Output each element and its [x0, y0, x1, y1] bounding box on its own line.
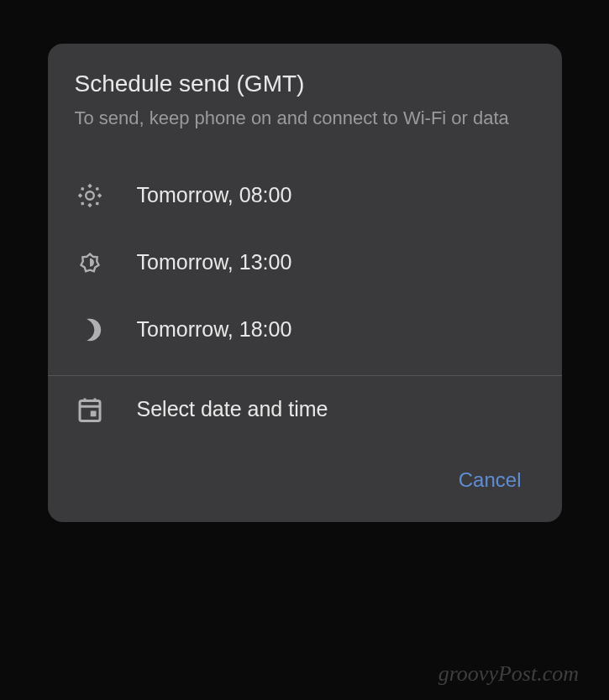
svg-rect-1: [80, 400, 100, 421]
schedule-options-list: Tomorrow, 08:00 Tomorrow, 13:00 Tomorrow…: [48, 152, 562, 443]
select-custom-date-time[interactable]: Select date and time: [48, 376, 562, 443]
svg-rect-3: [90, 410, 96, 416]
cancel-button[interactable]: Cancel: [449, 462, 532, 499]
moon-icon: [75, 315, 105, 345]
svg-point-0: [86, 191, 94, 200]
calendar-icon: [75, 394, 105, 425]
sun-dim-icon: [75, 248, 105, 278]
dialog-header: Schedule send (GMT) To send, keep phone …: [48, 44, 562, 152]
custom-option-label: Select date and time: [137, 397, 328, 421]
schedule-option-label: Tomorrow, 13:00: [137, 250, 292, 274]
dialog-title: Schedule send (GMT): [75, 71, 535, 97]
schedule-option-evening[interactable]: Tomorrow, 18:00: [48, 296, 562, 363]
watermark: groovyPost.com: [438, 661, 579, 687]
schedule-option-label: Tomorrow, 08:00: [137, 183, 292, 207]
dialog-subtitle: To send, keep phone on and connect to Wi…: [75, 106, 535, 132]
schedule-send-dialog: Schedule send (GMT) To send, keep phone …: [48, 44, 562, 522]
dialog-actions: Cancel: [48, 443, 562, 522]
sun-bright-icon: [75, 180, 105, 211]
schedule-option-afternoon[interactable]: Tomorrow, 13:00: [48, 229, 562, 296]
schedule-option-label: Tomorrow, 18:00: [137, 317, 292, 342]
schedule-option-morning[interactable]: Tomorrow, 08:00: [48, 162, 562, 229]
